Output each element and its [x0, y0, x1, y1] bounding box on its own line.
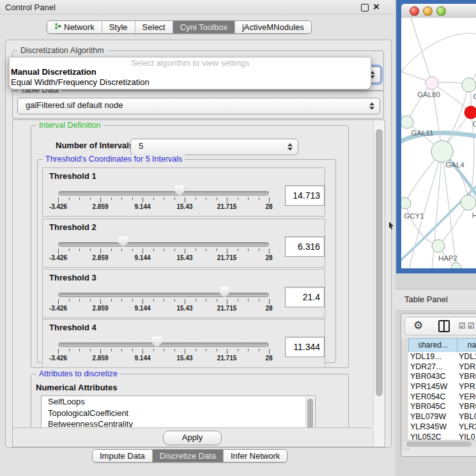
scrollbar-thumb[interactable] [376, 129, 383, 396]
table-row[interactable]: YLR345WYLR3 [408, 422, 476, 433]
float-window-icon[interactable] [361, 4, 369, 12]
tab-label: Impute Data [100, 451, 145, 461]
table-cell[interactable]: YDL19... [408, 352, 459, 362]
columns-icon[interactable] [438, 320, 450, 332]
table-cell[interactable]: YER0 [459, 392, 476, 403]
network-node-gal80[interactable] [426, 77, 438, 89]
dropdown-arrows-icon [369, 102, 374, 110]
threshold-slider[interactable]: -3.4262.8599.14415.4321.71528 [58, 270, 269, 318]
network-node-gal11[interactable] [401, 116, 413, 128]
close-traffic-light-icon[interactable] [410, 6, 419, 16]
screenshot-root: Control Panel × Network Style Select Cyn… [0, 0, 476, 476]
threshold-panel: Threshold 1 -3.4262.8599.14415.4321.7152… [42, 167, 325, 217]
network-node-label: H [472, 211, 476, 219]
threshold-value-field[interactable]: 21.4 [285, 287, 325, 307]
slider-track[interactable] [58, 293, 269, 297]
network-edge[interactable] [407, 83, 432, 122]
table-row[interactable]: YDL19...YDL1 [408, 352, 476, 362]
table-row[interactable]: YER054CYER0 [408, 392, 476, 403]
table-cell[interactable]: YIL052C [408, 433, 459, 440]
network-node-hap2[interactable] [432, 240, 445, 252]
group-title: Attributes to discretize [36, 369, 120, 378]
table-panel-window: ⚙ ☑ ☑ shared... na YDL19...YDL1YDR27...Y… [401, 313, 476, 457]
number-of-intervals-spinner[interactable]: 5 [130, 139, 298, 155]
attribute-item[interactable]: TopologicalCoefficient [42, 408, 315, 419]
horizontal-scrollbar[interactable] [403, 440, 476, 448]
tab-network[interactable]: Network [47, 21, 102, 33]
control-panel-title: Control Panel [5, 3, 56, 12]
table-toolbar: ⚙ ☑ ☑ [404, 317, 476, 335]
slider-track[interactable] [58, 191, 269, 196]
table-cell[interactable]: YDR27... [408, 362, 459, 372]
network-node-h[interactable] [461, 195, 476, 210]
network-canvas[interactable]: GAL80GCGAL11GAL4GCY1HHAP2 [401, 18, 476, 268]
tab-jactivemnodules[interactable]: jActiveMNodules [234, 21, 311, 33]
column-header-shared-name[interactable]: shared... [408, 338, 457, 353]
network-node-label: GCY1 [404, 212, 424, 220]
table-cell[interactable]: YBL079W [408, 412, 459, 422]
apply-button[interactable]: Apply [163, 431, 222, 445]
table-row[interactable]: YBR045CYBR0 [408, 402, 476, 412]
checkbox-checked-icon[interactable]: ☑ [468, 321, 475, 330]
network-node-label: HAP2 [438, 254, 457, 262]
table-cell[interactable]: YLR3 [459, 422, 476, 433]
network-edge[interactable] [410, 18, 432, 83]
checkbox-checked-icon[interactable]: ☑ [459, 321, 466, 330]
table-cell[interactable]: YIL0 [459, 433, 476, 440]
algorithm-dropdown-popup: Select algorithm to view settings Manual… [9, 57, 371, 89]
popup-item-manual-discretization[interactable]: Manual Discretization [11, 67, 96, 77]
popup-prompt: Select algorithm to view settings [10, 58, 371, 68]
tab-style[interactable]: Style [102, 21, 135, 33]
table-row[interactable]: YPR145WYPR1 [408, 382, 476, 392]
table-cell[interactable]: YBL0 [459, 412, 476, 422]
tab-impute-data[interactable]: Impute Data [93, 450, 152, 462]
tab-select[interactable]: Select [135, 21, 173, 33]
network-node-c[interactable] [464, 106, 476, 119]
threshold-panel: Threshold 3 -3.4262.8599.14415.4321.7152… [42, 269, 325, 318]
slider-track[interactable] [58, 242, 269, 247]
attribute-item[interactable]: SelfLoops [42, 396, 315, 408]
tab-label: Discretize Data [160, 451, 216, 461]
gear-icon[interactable]: ⚙ [413, 319, 423, 332]
network-node-label: C [473, 120, 476, 128]
table-row[interactable]: YBL079WYBL0 [408, 412, 476, 422]
tab-infer-network[interactable]: Infer Network [223, 450, 287, 462]
network-node-gal4[interactable] [431, 141, 453, 162]
scrollbar-thumb[interactable] [406, 441, 472, 447]
threshold-value-field[interactable]: 14.713 [285, 185, 325, 206]
network-edge[interactable] [401, 33, 476, 77]
threshold-slider[interactable]: -3.4262.8599.14415.4321.71528 [58, 219, 269, 267]
threshold-slider[interactable]: -3.4262.8599.14415.4321.71528 [58, 168, 269, 216]
slider-track[interactable] [58, 342, 269, 347]
table-data-select[interactable]: galFiltered.sif default node [17, 98, 380, 114]
network-node-g[interactable] [462, 78, 476, 92]
table-row[interactable]: YIL052CYIL0 [408, 433, 476, 440]
column-header-name[interactable]: na [457, 338, 476, 353]
table-cell[interactable]: YDR2 [459, 362, 476, 372]
tab-cyni-toolbox[interactable]: Cyni Toolbox [173, 21, 234, 33]
table-cell[interactable]: YBR043C [408, 372, 459, 382]
zoom-traffic-light-icon[interactable] [436, 6, 446, 16]
table-row[interactable]: YBR043CYBR0 [408, 372, 476, 382]
threshold-slider[interactable]: -3.4262.8599.14415.4321.71528 [58, 319, 269, 367]
table-cell[interactable]: YBR0 [459, 372, 476, 382]
table-rows: YDL19...YDL1YDR27...YDR2YBR043CYBR0YPR14… [408, 352, 476, 440]
table-cell[interactable]: YER054C [408, 392, 459, 403]
table-cell[interactable]: YBR0 [459, 402, 476, 412]
table-cell[interactable]: YBR045C [408, 402, 459, 412]
table-cell[interactable]: YLR345W [408, 422, 459, 433]
vertical-scrollbar[interactable] [373, 120, 385, 447]
network-node-gcy1[interactable] [401, 197, 411, 209]
minimize-traffic-light-icon[interactable] [423, 6, 433, 16]
table-panel-title: Table Panel [404, 295, 448, 304]
close-icon[interactable]: × [373, 1, 380, 13]
table-cell[interactable]: YPR145W [408, 382, 459, 392]
threshold-value-field[interactable]: 11.344 [285, 337, 325, 357]
table-row[interactable]: YDR27...YDR2 [408, 362, 476, 372]
table-cell[interactable]: YDL1 [459, 352, 476, 362]
popup-item-equal-width-frequency[interactable]: Equal Width/Frequency Discretization [11, 77, 150, 87]
network-window-titlebar[interactable] [401, 4, 476, 19]
table-cell[interactable]: YPR1 [459, 382, 476, 392]
tab-discretize-data[interactable]: Discretize Data [152, 450, 223, 462]
threshold-value-field[interactable]: 6.316 [285, 236, 325, 257]
